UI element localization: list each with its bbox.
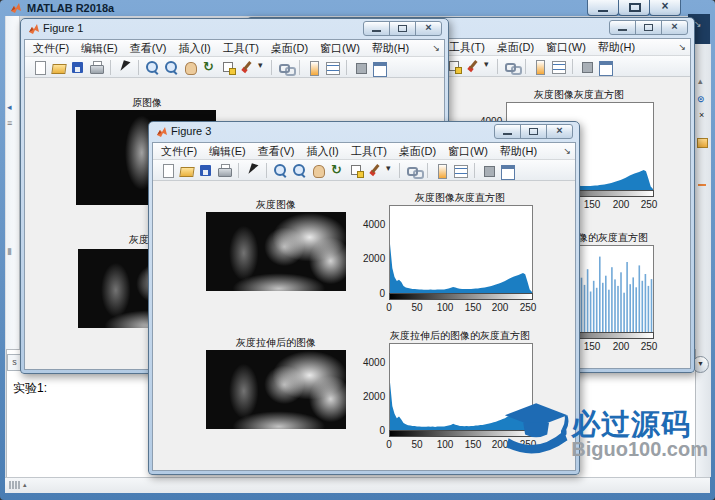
menu-tools[interactable]: 工具(T) — [443, 40, 491, 55]
figure3-titlebar[interactable]: Figure 3 — [149, 122, 579, 142]
menu-insert[interactable]: 插入(I) — [300, 144, 344, 159]
save-icon[interactable] — [69, 59, 86, 76]
menu-tools[interactable]: 工具(T) — [217, 41, 265, 56]
dock-window-icon[interactable] — [597, 58, 614, 75]
toolbar-separator — [299, 60, 300, 75]
dropdown-caret-icon[interactable] — [386, 162, 394, 179]
print-icon[interactable] — [88, 59, 105, 76]
collapse-up-icon[interactable]: ▴ — [698, 76, 703, 86]
menu-desktop[interactable]: 桌面(D) — [265, 41, 314, 56]
open-folder-icon[interactable] — [50, 59, 67, 76]
rotate-3d-icon[interactable] — [201, 59, 218, 76]
zoom-out-icon[interactable] — [163, 59, 180, 76]
menu-view[interactable]: 查看(V) — [252, 144, 301, 159]
menu-overflow-icon[interactable]: ↘ — [432, 43, 440, 53]
menu-overflow-icon[interactable]: ↘ — [563, 146, 571, 156]
main-maximize-button[interactable] — [618, 0, 650, 16]
dock-min-icon[interactable] — [352, 59, 369, 76]
menu-desktop[interactable]: 桌面(D) — [491, 40, 540, 55]
zoom-out-icon[interactable] — [291, 162, 308, 179]
list-icon[interactable]: ≡ — [7, 118, 12, 128]
dock-pin-icon[interactable]: ↘ — [694, 19, 702, 29]
menu-window[interactable]: 窗口(W) — [442, 144, 494, 159]
dock-min-icon[interactable] — [578, 58, 595, 75]
graduation-cap-icon — [503, 395, 569, 465]
data-cursor-icon[interactable] — [348, 162, 365, 179]
toolbar-separator — [138, 60, 139, 75]
menu-window[interactable]: 窗口(W) — [314, 41, 366, 56]
link-plots-icon[interactable] — [277, 59, 294, 76]
main-window-title: MATLAB R2018a — [27, 2, 114, 14]
figure2-maximize-button[interactable] — [635, 20, 662, 35]
minimize-dash-icon[interactable] — [698, 184, 706, 186]
status-grip-icon[interactable]: ▴ — [9, 481, 27, 489]
insert-colorbar-icon[interactable] — [433, 162, 450, 179]
figure1-maximize-button[interactable] — [389, 21, 416, 36]
close-icon[interactable]: × — [699, 110, 704, 120]
figure3-maximize-button[interactable] — [520, 124, 547, 139]
menu-desktop[interactable]: 桌面(D) — [393, 144, 442, 159]
back-arrow-icon[interactable]: ◂ — [7, 102, 12, 112]
zoom-in-icon[interactable] — [144, 59, 161, 76]
menu-help[interactable]: 帮助(H) — [592, 40, 641, 55]
figure3-window-controls — [495, 124, 573, 139]
link-plots-icon[interactable] — [405, 162, 422, 179]
insert-legend-icon[interactable] — [550, 58, 567, 75]
menu-help[interactable]: 帮助(H) — [366, 41, 415, 56]
pan-hand-icon[interactable] — [310, 162, 327, 179]
x-axis-tick-label: 150 — [581, 341, 603, 352]
insert-colorbar-icon[interactable] — [531, 58, 548, 75]
main-close-button[interactable] — [649, 0, 681, 16]
figure1-titlebar[interactable]: Figure 1 — [21, 19, 448, 39]
data-cursor-icon[interactable] — [220, 59, 237, 76]
x-axis-tick-label: 150 — [462, 439, 484, 450]
menu-edit[interactable]: 编辑(E) — [75, 41, 124, 56]
new-doc-icon[interactable] — [31, 59, 48, 76]
panel-box-icon[interactable]: ▮ — [7, 246, 12, 256]
menu-window[interactable]: 窗口(W) — [540, 40, 592, 55]
main-minimize-button[interactable] — [587, 0, 619, 16]
brush-icon[interactable] — [239, 59, 256, 76]
save-icon[interactable] — [197, 162, 214, 179]
dropdown-caret-icon[interactable] — [258, 59, 266, 76]
zoom-in-icon[interactable] — [272, 162, 289, 179]
cursor-icon[interactable] — [244, 162, 261, 179]
new-doc-icon[interactable] — [159, 162, 176, 179]
dock-min-icon[interactable] — [480, 162, 497, 179]
rotate-3d-icon[interactable] — [329, 162, 346, 179]
insert-legend-icon[interactable] — [452, 162, 469, 179]
print-icon[interactable] — [216, 162, 233, 179]
open-folder-icon[interactable] — [178, 162, 195, 179]
menu-overflow-icon[interactable]: ↘ — [678, 42, 686, 52]
figure3-minimize-button[interactable] — [494, 124, 521, 139]
menu-help[interactable]: 帮助(H) — [494, 144, 543, 159]
menu-edit[interactable]: 编辑(E) — [203, 144, 252, 159]
figure1-window-controls — [364, 21, 442, 36]
figure1-close-button[interactable] — [415, 21, 442, 36]
insert-colorbar-icon[interactable] — [305, 59, 322, 76]
toolbar-separator — [271, 60, 272, 75]
dropdown-caret-icon[interactable] — [484, 58, 492, 75]
x-axis-tick-label: 200 — [489, 302, 511, 313]
figure2-minimize-button[interactable] — [609, 20, 636, 35]
figure3-close-button[interactable] — [546, 124, 573, 139]
insert-legend-icon[interactable] — [324, 59, 341, 76]
cursor-icon[interactable] — [116, 59, 133, 76]
search-icon[interactable]: ⊙ — [697, 94, 705, 104]
dock-window-icon[interactable] — [499, 162, 516, 179]
menu-tools[interactable]: 工具(T) — [345, 144, 393, 159]
folder-icon[interactable] — [697, 138, 708, 148]
hist-title: 灰度拉伸后的图像的灰度直方图 — [389, 329, 531, 343]
menu-file[interactable]: 文件(F) — [155, 144, 203, 159]
watermark-brand: 必过源码 — [571, 409, 708, 439]
figure1-minimize-button[interactable] — [363, 21, 390, 36]
dock-window-icon[interactable] — [371, 59, 388, 76]
brush-icon[interactable] — [465, 58, 482, 75]
menu-insert[interactable]: 插入(I) — [172, 41, 216, 56]
pan-hand-icon[interactable] — [182, 59, 199, 76]
link-plots-icon[interactable] — [503, 58, 520, 75]
menu-file[interactable]: 文件(F) — [27, 41, 75, 56]
menu-view[interactable]: 查看(V) — [124, 41, 173, 56]
figure2-close-button[interactable] — [661, 20, 688, 35]
brush-icon[interactable] — [367, 162, 384, 179]
